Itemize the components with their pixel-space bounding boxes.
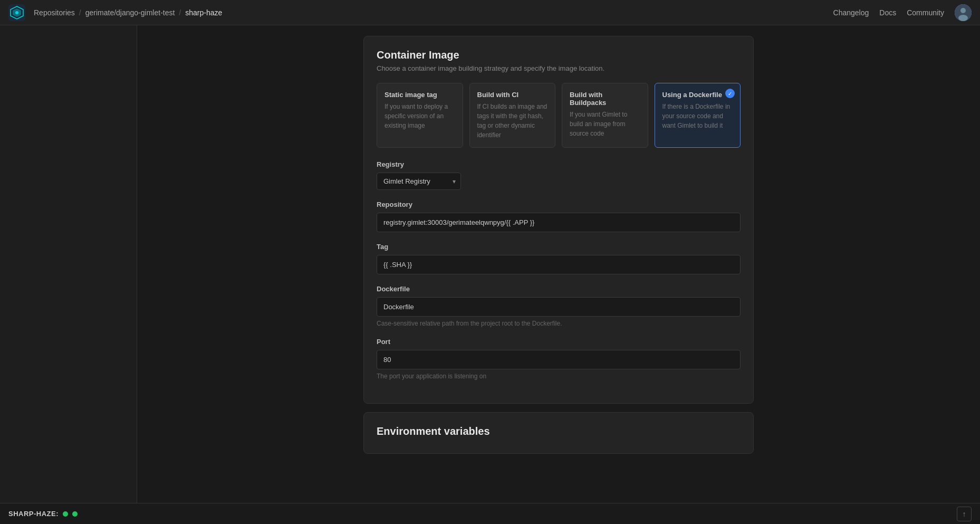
breadcrumb-current: sharp-haze [185,8,222,17]
port-hint: The port your application is listening o… [377,373,741,380]
dockerfile-label: Dockerfile [377,285,741,293]
svg-point-5 [960,8,966,13]
strategy-title-2: Build with Buildpacks [570,91,640,107]
container-image-card: Container Image Choose a container image… [363,36,754,404]
strategy-dockerfile[interactable]: Using a Dockerfile If there is a Dockerf… [655,83,741,148]
breadcrumb: Repositories / gerimate/django-gimlet-te… [34,8,833,17]
strategy-desc-3: If there is a Dockerfile in your source … [662,102,733,130]
strategy-title-1: Build with CI [477,91,548,99]
strategy-static-image-tag[interactable]: Static image tag If you want to deploy a… [377,83,463,148]
card-subtitle: Choose a container image building strate… [377,64,741,72]
scroll-up-button[interactable]: ↑ [957,507,972,521]
strategy-check-icon: ✓ [725,89,735,98]
strategy-desc-1: If CI builds an image and tags it with t… [477,102,548,140]
tag-group: Tag [377,243,741,274]
strategy-desc-0: If you want to deploy a specific version… [385,102,455,130]
port-input[interactable] [377,350,741,369]
tag-input[interactable] [377,255,741,274]
registry-select-wrapper[interactable]: Gimlet Registry Docker Hub ECR GCR [377,173,461,190]
breadcrumb-sep1: / [79,8,81,17]
card-title: Container Image [377,49,741,61]
svg-point-6 [958,15,968,21]
status-dot-2 [72,511,78,517]
community-link[interactable]: Community [907,8,944,17]
tag-label: Tag [377,243,741,251]
strategy-grid: Static image tag If you want to deploy a… [377,83,741,148]
main-content: Container Image Choose a container image… [137,25,980,503]
repository-input[interactable] [377,213,741,232]
env-card: Environment variables [363,412,754,454]
topnav-right: Changelog Docs Community [833,4,972,21]
port-group: Port The port your application is listen… [377,338,741,380]
breadcrumb-repos[interactable]: Repositories [34,8,75,17]
repository-label: Repository [377,201,741,208]
port-label: Port [377,338,741,346]
status-bar-right: ↑ [957,507,972,521]
strategy-title-3: Using a Dockerfile [662,91,733,99]
dockerfile-group: Dockerfile Case-sensitive relative path … [377,285,741,327]
registry-group: Registry Gimlet Registry Docker Hub ECR … [377,160,741,190]
app-logo[interactable] [8,4,25,21]
status-app-name: SHARP-HAZE: [8,510,59,518]
registry-label: Registry [377,160,741,168]
strategy-build-buildpacks[interactable]: Build with Buildpacks If you want Gimlet… [562,83,648,148]
strategy-title-0: Static image tag [385,91,455,99]
changelog-link[interactable]: Changelog [833,8,869,17]
topnav: Repositories / gerimate/django-gimlet-te… [0,0,980,25]
breadcrumb-sep2: / [179,8,181,17]
docs-link[interactable]: Docs [879,8,896,17]
status-dot-1 [63,511,68,517]
env-card-title: Environment variables [377,425,741,437]
avatar[interactable] [955,4,972,21]
breadcrumb-repo[interactable]: gerimate/django-gimlet-test [85,8,175,17]
dockerfile-input[interactable] [377,297,741,317]
dockerfile-hint: Case-sensitive relative path from the pr… [377,320,741,327]
strategy-desc-2: If you want Gimlet to build an image fro… [570,110,640,138]
sidebar [0,25,137,503]
strategy-build-ci[interactable]: Build with CI If CI builds an image and … [469,83,556,148]
registry-select[interactable]: Gimlet Registry Docker Hub ECR GCR [377,173,461,190]
repository-group: Repository [377,201,741,232]
status-bar: SHARP-HAZE: ↑ [0,503,980,524]
svg-point-3 [15,11,18,14]
